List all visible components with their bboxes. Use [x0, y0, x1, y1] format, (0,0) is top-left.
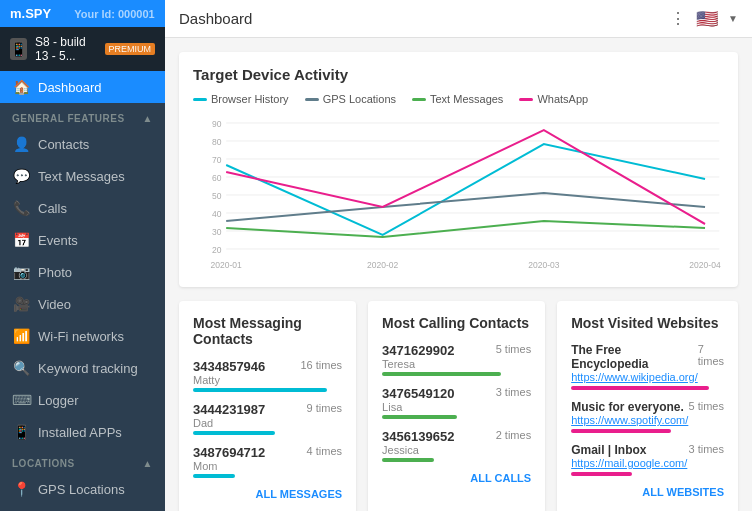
sidebar-item-text-messages[interactable]: 💬 Text Messages	[0, 160, 165, 192]
activity-svg: 90 80 70 60 50 40 30 20 2020-01 2020-02 …	[193, 113, 724, 273]
call-name-0: Teresa	[382, 358, 454, 370]
app-logo: m.SPY Your Id: 000001	[0, 0, 165, 27]
msg-name-0: Matty	[193, 374, 265, 386]
all-messages-link[interactable]: ALL MESSAGES	[193, 488, 342, 500]
sidebar-item-contacts[interactable]: 👤 Contacts	[0, 128, 165, 160]
web-title-0: The Free Encyclopedia	[571, 343, 698, 371]
sidebar-item-gps[interactable]: 📍 GPS Locations	[0, 473, 165, 505]
call-number-1: 3476549120	[382, 386, 454, 401]
sidebar: m.SPY Your Id: 000001 📱 S8 - build 13 - …	[0, 0, 165, 511]
msg-entry-2: 3487694712 Mom 4 times	[193, 445, 342, 478]
web-url-1[interactable]: https://www.spotify.com/	[571, 414, 688, 426]
sidebar-item-events[interactable]: 📅 Events	[0, 224, 165, 256]
more-options-icon[interactable]: ⋮	[670, 9, 686, 28]
dropdown-arrow-icon[interactable]: ▼	[728, 13, 738, 24]
legend-whatsapp-color	[519, 98, 533, 101]
apps-icon: 📱	[12, 424, 30, 440]
svg-text:2020-03: 2020-03	[528, 260, 559, 270]
sidebar-item-logger[interactable]: ⌨ Logger	[0, 384, 165, 416]
web-entry-0: The Free Encyclopedia https://www.wikipe…	[571, 343, 724, 390]
web-url-2[interactable]: https://mail.google.com/	[571, 457, 687, 469]
calling-title: Most Calling Contacts	[382, 315, 531, 331]
sidebar-item-photo[interactable]: 📷 Photo	[0, 256, 165, 288]
call-count-0: 5 times	[496, 343, 531, 370]
web-bar-1	[571, 429, 670, 433]
web-url-0[interactable]: https://www.wikipedia.org/	[571, 371, 698, 383]
web-bar-0	[571, 386, 709, 390]
call-count-1: 3 times	[496, 386, 531, 413]
msg-entry-0: 3434857946 Matty 16 times	[193, 359, 342, 392]
msg-entry-1: 3444231987 Dad 9 times	[193, 402, 342, 435]
video-label: Video	[38, 297, 71, 312]
web-count-2: 3 times	[689, 443, 724, 469]
svg-text:60: 60	[212, 173, 222, 183]
chart-svg-area: 90 80 70 60 50 40 30 20 2020-01 2020-02 …	[193, 113, 724, 273]
premium-badge: PREMIUM	[105, 43, 156, 55]
chart-legend: Browser History GPS Locations Text Messa…	[193, 93, 724, 105]
legend-browser: Browser History	[193, 93, 289, 105]
call-bar-2	[382, 458, 434, 462]
svg-text:50: 50	[212, 191, 222, 201]
sidebar-item-wifi[interactable]: 📶 Wi-Fi networks	[0, 320, 165, 352]
call-name-1: Lisa	[382, 401, 454, 413]
svg-text:2020-02: 2020-02	[367, 260, 398, 270]
calls-label: Calls	[38, 201, 67, 216]
svg-text:20: 20	[212, 245, 222, 255]
msg-name-1: Dad	[193, 417, 265, 429]
web-entry-2: Gmail | Inbox https://mail.google.com/ 3…	[571, 443, 724, 476]
svg-text:90: 90	[212, 119, 222, 129]
call-bar-0	[382, 372, 501, 376]
calling-card: Most Calling Contacts 3471629902 Teresa …	[368, 301, 545, 511]
msg-number-2: 3487694712	[193, 445, 265, 460]
photo-icon: 📷	[12, 264, 30, 280]
section-general: GENERAL FEATURES ▲	[0, 103, 165, 128]
sidebar-item-geofencing[interactable]: ⬜ Geo Fencing	[0, 505, 165, 511]
section-general-label: GENERAL FEATURES	[12, 113, 125, 124]
all-websites-link[interactable]: ALL WEBSITES	[571, 486, 724, 498]
svg-text:80: 80	[212, 137, 222, 147]
video-icon: 🎥	[12, 296, 30, 312]
content-area: Target Device Activity Browser History G…	[165, 38, 752, 511]
svg-text:2020-01: 2020-01	[211, 260, 242, 270]
msg-bar-2	[193, 474, 235, 478]
sidebar-item-calls[interactable]: 📞 Calls	[0, 192, 165, 224]
logger-label: Logger	[38, 393, 78, 408]
sidebar-item-apps[interactable]: 📱 Installed APPs	[0, 416, 165, 448]
call-entry-1: 3476549120 Lisa 3 times	[382, 386, 531, 419]
wifi-icon: 📶	[12, 328, 30, 344]
stats-row: Most Messaging Contacts 3434857946 Matty…	[179, 301, 738, 511]
chevron-up-icon-2: ▲	[143, 458, 153, 469]
legend-gps-color	[305, 98, 319, 101]
legend-whatsapp-label: WhatsApp	[537, 93, 588, 105]
events-label: Events	[38, 233, 78, 248]
msg-bar-1	[193, 431, 275, 435]
section-locations-label: LOCATIONS	[12, 458, 75, 469]
chevron-up-icon: ▲	[143, 113, 153, 124]
sidebar-item-video[interactable]: 🎥 Video	[0, 288, 165, 320]
svg-text:2020-04: 2020-04	[689, 260, 720, 270]
chart-title: Target Device Activity	[193, 66, 724, 83]
msg-count-1: 9 times	[307, 402, 342, 429]
legend-text-color	[412, 98, 426, 101]
gps-icon: 📍	[12, 481, 30, 497]
flag-icon[interactable]: 🇺🇸	[696, 8, 718, 30]
legend-gps-label: GPS Locations	[323, 93, 396, 105]
msg-bar-0	[193, 388, 327, 392]
contacts-icon: 👤	[12, 136, 30, 152]
user-id: Your Id: 000001	[74, 8, 155, 20]
legend-text: Text Messages	[412, 93, 503, 105]
all-calls-link[interactable]: ALL CALLS	[382, 472, 531, 484]
sidebar-item-dashboard[interactable]: 🏠 Dashboard	[0, 71, 165, 103]
gps-label: GPS Locations	[38, 482, 125, 497]
msg-number-0: 3434857946	[193, 359, 265, 374]
web-title-2: Gmail | Inbox	[571, 443, 687, 457]
web-count-0: 7 times	[698, 343, 724, 383]
call-number-0: 3471629902	[382, 343, 454, 358]
topbar: Dashboard ⋮ 🇺🇸 ▼	[165, 0, 752, 38]
web-count-1: 5 times	[689, 400, 724, 426]
web-title-1: Music for everyone.	[571, 400, 688, 414]
call-entry-2: 3456139652 Jessica 2 times	[382, 429, 531, 462]
wifi-label: Wi-Fi networks	[38, 329, 124, 344]
keyword-icon: 🔍	[12, 360, 30, 376]
sidebar-item-keyword[interactable]: 🔍 Keyword tracking	[0, 352, 165, 384]
